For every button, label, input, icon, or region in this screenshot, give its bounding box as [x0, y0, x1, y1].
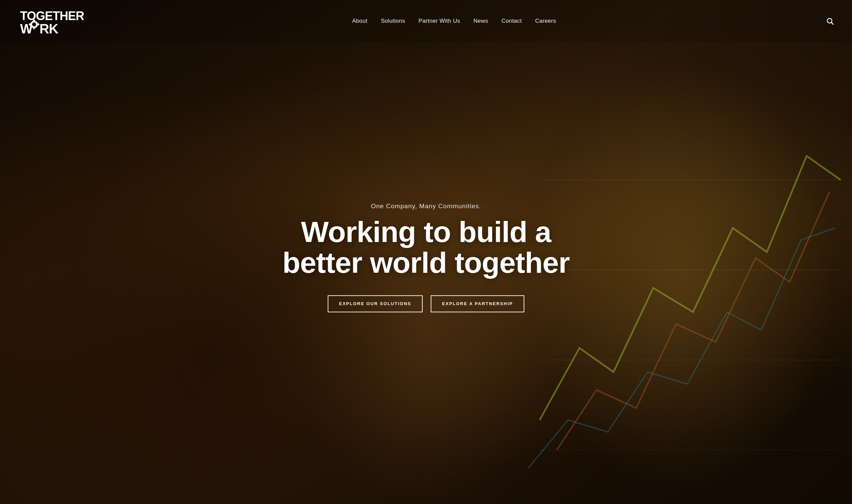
svg-point-7: [32, 22, 36, 26]
nav-item-careers[interactable]: Careers: [535, 18, 556, 24]
nav-item-partner[interactable]: Partner With Us: [419, 18, 460, 24]
nav-item-solutions[interactable]: Solutions: [381, 18, 405, 24]
nav-link-solutions[interactable]: Solutions: [381, 18, 405, 24]
nav-link-about[interactable]: About: [352, 18, 368, 24]
nav-link-careers[interactable]: Careers: [535, 18, 556, 24]
nav-link-partner[interactable]: Partner With Us: [419, 18, 460, 24]
nav-links: About Solutions Partner With Us News Con…: [352, 18, 556, 24]
search-button[interactable]: [824, 16, 835, 26]
hero-headline: Working to build a better world together: [276, 217, 576, 278]
svg-text:TOGETHER: TOGETHER: [20, 9, 84, 23]
hero-buttons: EXPLORE OUR SOLUTIONS EXPLORE A PARTNERS…: [276, 295, 576, 312]
nav-link-news[interactable]: News: [474, 18, 488, 24]
hero-headline-line2: better world together: [282, 246, 569, 280]
hero-content: One Company, Many Communities. Working t…: [276, 202, 576, 312]
nav-item-news[interactable]: News: [474, 18, 488, 24]
hero-tagline: One Company, Many Communities.: [276, 202, 576, 210]
hero-headline-line1: Working to build a: [301, 215, 551, 248]
nav-item-about[interactable]: About: [352, 18, 368, 24]
logo[interactable]: TOGETHER W RK: [17, 6, 84, 36]
nav-item-contact[interactable]: Contact: [501, 18, 522, 24]
hero-section: TOGETHER W RK: [0, 0, 852, 504]
svg-rect-8: [33, 20, 35, 22]
svg-rect-9: [33, 27, 35, 29]
svg-text:RK: RK: [39, 21, 58, 36]
navbar: TOGETHER W RK: [0, 0, 852, 42]
logo-svg: TOGETHER W RK: [17, 6, 84, 36]
explore-partnership-button[interactable]: EXPLORE A PARTNERSHIP: [431, 295, 524, 312]
explore-solutions-button[interactable]: EXPLORE OUR SOLUTIONS: [328, 295, 423, 312]
svg-line-18: [831, 23, 833, 25]
search-icon: [826, 17, 834, 25]
nav-link-contact[interactable]: Contact: [501, 18, 522, 24]
